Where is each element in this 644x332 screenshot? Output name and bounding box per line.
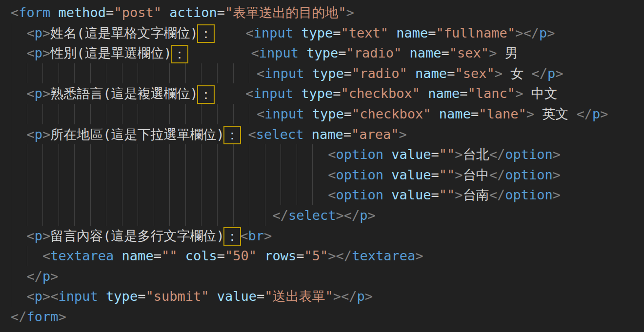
code-token-a: name [396, 25, 428, 40]
code-token-s: "checkbox" [341, 86, 420, 101]
code-token-s: "radio" [352, 66, 407, 81]
code-token-p: ></ [333, 289, 357, 304]
code-token-p: </ [531, 66, 547, 81]
code-token-eq: = [296, 248, 304, 263]
code-token-p: > [368, 208, 376, 223]
code-token-a: cols [185, 248, 217, 263]
code-token-a: action [169, 5, 217, 20]
code-token-a: type [306, 45, 338, 60]
code-token-x: 台南 [463, 187, 489, 202]
code-token-eq: = [431, 147, 439, 162]
code-token-p: > [553, 167, 561, 182]
code-token-s: "5" [304, 248, 328, 263]
code-token-p: </ [576, 106, 592, 121]
code-token-eq: = [344, 106, 352, 121]
code-line[interactable]: </select></p> [11, 205, 644, 226]
code-token-t: p [357, 289, 365, 304]
code-area[interactable]: <form method="post" action="表單送出的目的地"> <… [11, 2, 644, 327]
code-token-x: 熟悉語言(這是複選欄位) [50, 86, 198, 101]
leading-whitespace [11, 208, 272, 223]
code-token-p: > [555, 66, 563, 81]
code-token-eq: = [154, 248, 161, 263]
code-token-x [209, 289, 217, 304]
code-line[interactable]: <p>留言內容(這是多行文字欄位)：<br> [11, 226, 644, 246]
code-token-t: p [592, 106, 600, 121]
code-line[interactable]: <p>性別(這是單選欄位)： <input type="radio" name=… [11, 43, 644, 63]
code-token-x: 留言內容(這是多行文字欄位) [50, 228, 224, 243]
code-token-t: br [248, 228, 264, 243]
code-token-eq: = [442, 45, 449, 60]
code-token-p: < [27, 45, 35, 60]
code-token-x: 台北 [463, 147, 489, 162]
code-token-eq: = [333, 25, 341, 40]
code-line[interactable]: </p> [11, 266, 644, 287]
code-token-t: p [35, 127, 42, 142]
code-line[interactable]: <input type="checkbox" name="lane"> 英文 <… [11, 104, 644, 124]
code-token-p: > [365, 289, 373, 304]
code-token-t: option [336, 167, 383, 182]
leading-whitespace [11, 147, 328, 162]
code-line[interactable]: <option value="">台北</option> [11, 144, 644, 165]
code-token-x [431, 106, 439, 121]
code-token-t: p [539, 25, 547, 40]
code-token-t: option [505, 147, 553, 162]
code-token-a: type [301, 86, 333, 101]
code-token-p: > [455, 187, 463, 202]
code-token-a: name [439, 106, 471, 121]
code-token-eq: = [460, 86, 467, 101]
code-token-a: name [428, 86, 460, 101]
code-token-t: p [547, 66, 555, 81]
code-token-a: type [312, 66, 344, 81]
code-line[interactable]: <option value="">台南</option> [11, 185, 644, 205]
code-line[interactable]: <p>熟悉語言(這是複選欄位)： <input type="checkbox" … [11, 83, 644, 104]
code-token-s: "表單送出的目的地" [225, 5, 346, 20]
code-line[interactable]: </form> [11, 307, 644, 327]
code-token-x: 姓名(這是單格文字欄位) [50, 25, 198, 40]
code-editor[interactable]: <form method="post" action="表單送出的目的地"> <… [0, 0, 644, 332]
code-token-x: 台中 [463, 167, 489, 182]
code-line[interactable]: <p>姓名(這是單格文字欄位)： <input type="text" name… [11, 23, 644, 43]
code-token-s: "fullname" [436, 25, 516, 40]
code-token-p: < [27, 25, 35, 40]
code-token-x [214, 86, 245, 101]
code-token-eq: = [431, 167, 439, 182]
code-token-p: < [27, 86, 35, 101]
code-line[interactable]: <p>所在地區(這是下拉選單欄位)： <select name="area"> [11, 124, 644, 145]
code-token-a: type [312, 106, 344, 121]
code-token-a: value [391, 147, 431, 162]
code-token-a: value [391, 167, 431, 182]
code-line[interactable]: <option value="">台中</option> [11, 165, 644, 185]
code-token-x [383, 147, 391, 162]
code-line[interactable]: <p><input type="submit" value="送出表單"></p… [11, 286, 644, 307]
code-token-eq: = [257, 289, 264, 304]
code-token-p: < [27, 127, 35, 142]
code-token-s: "post" [114, 5, 161, 20]
code-token-a: name [415, 66, 447, 81]
code-token-t: form [27, 309, 59, 324]
code-token-x: 英文 [534, 106, 577, 121]
code-token-t: input [59, 289, 98, 304]
code-line[interactable]: <input type="radio" name="sex"> 女 </p> [11, 63, 644, 84]
code-token-x: 性別(這是單選欄位) [50, 45, 172, 60]
code-token-a: type [301, 25, 333, 40]
code-token-p: > [489, 45, 497, 60]
code-token-t: input [264, 106, 304, 121]
code-token-p: </ [489, 187, 505, 202]
code-token-p: > [553, 187, 561, 202]
code-token-eq: = [106, 5, 114, 20]
code-token-p: > [455, 147, 463, 162]
code-token-s: "" [439, 147, 455, 162]
code-token-p: < [257, 106, 264, 121]
code-token-x: 中文 [523, 86, 557, 101]
code-token-p: > [42, 86, 50, 101]
code-token-p: < [27, 228, 35, 243]
leading-whitespace [11, 86, 27, 101]
code-token-x [214, 25, 245, 40]
code-token-x [388, 25, 396, 40]
code-line[interactable]: <textarea name="" cols="50" rows="5"></t… [11, 246, 644, 266]
code-token-p: > [600, 106, 608, 121]
code-token-p: > [50, 269, 58, 284]
code-line[interactable]: <form method="post" action="表單送出的目的地"> [11, 2, 644, 23]
code-token-t: input [264, 66, 304, 81]
code-token-eq: = [428, 25, 436, 40]
